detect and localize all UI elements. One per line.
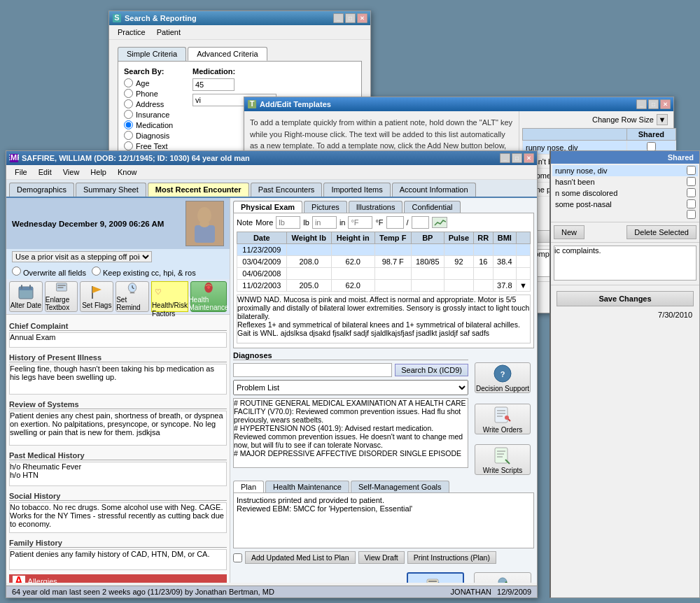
svg-text:EMR: EMR	[9, 153, 19, 162]
template-title: Add/Edit Templates	[260, 100, 331, 108]
template-maximize-btn[interactable]: □	[648, 99, 659, 109]
dx-search-input[interactable]	[233, 363, 392, 377]
new-btn[interactable]: New	[554, 225, 584, 239]
shared-2[interactable]	[687, 177, 696, 186]
shared-5[interactable]	[687, 210, 696, 219]
health-maintenance-label: Health Maintenance	[188, 296, 228, 311]
ros-header: Review of Systems	[9, 400, 227, 409]
hpi-input[interactable]: Feeling fine, though hasn't been taking …	[9, 364, 227, 395]
shared-1[interactable]	[687, 166, 696, 175]
bp2-input[interactable]	[412, 216, 429, 229]
patient-menu[interactable]: Patient	[151, 27, 186, 38]
tab-demographics[interactable]: Demographics	[9, 183, 74, 197]
view-draft-btn[interactable]: View Draft	[358, 551, 405, 564]
diagnoses-label: Diagnoses	[233, 351, 468, 360]
svg-rect-15	[57, 287, 63, 288]
delete-selected-sidebar-btn[interactable]: Delete Selected	[626, 225, 696, 239]
height-input[interactable]	[312, 216, 337, 229]
view-menu[interactable]: View	[57, 166, 85, 178]
add-med-list-btn[interactable]: Add Updated Med List to Plan	[245, 551, 356, 564]
write-orders-btn[interactable]: Write Orders	[475, 404, 531, 434]
exam-text[interactable]: WNWD NAD. Mucosa is pink and moist. Affe…	[237, 295, 531, 343]
close-btn[interactable]: ✕	[357, 13, 368, 23]
assessment-input[interactable]: # ROUTINE GENERAL MEDICAL EXAMINATION AT…	[233, 398, 468, 468]
bp1-input[interactable]	[386, 216, 404, 229]
simple-criteria-tab[interactable]: Simple Criteria	[118, 47, 186, 61]
write-scripts-btn[interactable]: Write Scripts	[475, 444, 531, 475]
health-risk-factors-btn[interactable]: ♡ Health/Risk Factors	[151, 281, 188, 312]
enlarge-textbox-btn[interactable]: Enlarge Textbox	[45, 281, 78, 312]
self-management-tab[interactable]: Self-Management Goals	[351, 481, 449, 492]
svg-point-8	[200, 220, 209, 227]
edit-menu[interactable]: Edit	[33, 166, 57, 178]
vitals-row-1[interactable]: 11/23/2009	[237, 244, 531, 256]
minimize-btn[interactable]: _	[333, 13, 344, 23]
temp-input[interactable]	[348, 216, 372, 229]
alter-date-btn[interactable]: Alter Date	[9, 281, 43, 312]
help-menu[interactable]: Help	[85, 166, 112, 178]
sidebar-save-changes-btn[interactable]: Save Changes	[556, 291, 694, 306]
search-dx-btn[interactable]: Search Dx (ICD9)	[395, 364, 468, 376]
maximize-btn[interactable]: □	[345, 13, 356, 23]
know-menu[interactable]: Know	[112, 166, 143, 178]
main-maximize-btn[interactable]: □	[512, 153, 522, 163]
complaint-1[interactable]: runny nose, div	[552, 165, 684, 176]
file-menu[interactable]: File	[9, 166, 33, 178]
tab-imported-items[interactable]: Imported Items	[323, 183, 390, 197]
health-maintenance-tab[interactable]: Health Maintenance	[265, 481, 349, 492]
phys-exam-tab[interactable]: Physical Exam	[233, 201, 302, 213]
chief-complaint-input[interactable]: Annual Exam	[9, 332, 227, 348]
main-close-btn[interactable]: ✕	[524, 153, 534, 163]
vitals-row-3[interactable]: 04/06/2008	[237, 268, 531, 280]
main-minimize-btn[interactable]: _	[500, 153, 510, 163]
vitals-row-4[interactable]: 11/02/2003205.062.037.8▼	[237, 280, 531, 292]
forward-chart-btn[interactable]: Forward Chart	[407, 572, 464, 583]
template-close-btn[interactable]: ✕	[660, 99, 671, 109]
tab-summary-sheet[interactable]: Summary Sheet	[76, 183, 146, 197]
vitals-row-2[interactable]: 03/04/2009208.062.098.7 F180/85921638.4	[237, 256, 531, 268]
decision-support-label: Decision Support	[476, 385, 529, 392]
print-instructions-btn[interactable]: Print Instructions (Plan)	[407, 551, 496, 564]
sidebar-text-area[interactable]: ic complaints.	[554, 246, 696, 281]
vitals-chart-btn[interactable]	[432, 217, 447, 228]
set-flags-label: Set Flags	[82, 302, 111, 309]
sign-off-btn[interactable]: Sign-Off	[474, 572, 531, 583]
template-minimize-btn[interactable]: _	[636, 99, 647, 109]
advanced-criteria-tab[interactable]: Advanced Criteria	[188, 47, 267, 61]
complaint-2[interactable]: hasn't been	[552, 176, 684, 187]
tab-most-recent[interactable]: Most Recent Encounter	[148, 183, 249, 197]
add-med-list-checkbox[interactable]	[233, 553, 242, 562]
illustrations-tab[interactable]: Illustrations	[349, 201, 403, 213]
tab-past-encounters[interactable]: Past Encounters	[251, 183, 323, 197]
health-maintenance-btn[interactable]: Health Maintenance	[190, 281, 227, 312]
visit-select[interactable]: Use a prior visit as a stepping off poin…	[12, 251, 152, 262]
complaint-4[interactable]: some post-nasal	[552, 199, 684, 210]
allergy-a-icon: A	[13, 576, 25, 583]
pmh-input[interactable]: h/o Rheumatic Fever h/o HTN	[9, 462, 227, 486]
change-row-size-btn[interactable]: ▼	[657, 114, 668, 125]
decision-support-btn[interactable]: ? Decision Support	[475, 362, 531, 393]
confidential-tab[interactable]: Confidential	[404, 201, 460, 213]
search-menu-bar: Practice Patient	[109, 25, 370, 40]
tab-account-info[interactable]: Account Information	[392, 183, 476, 197]
plan-tab[interactable]: Plan	[233, 481, 264, 492]
medication-field1[interactable]	[192, 78, 234, 91]
pmh-header: Past Medical History	[9, 451, 227, 460]
family-history-header: Family History	[9, 539, 227, 548]
vitals-table: Date Weight lb Height in Temp F BP Pulse…	[237, 232, 531, 292]
pictures-tab[interactable]: Pictures	[304, 201, 347, 213]
ros-input[interactable]: Patient denies any chest pain, shortness…	[9, 411, 227, 446]
practice-menu[interactable]: Practice	[112, 27, 151, 38]
write-orders-label: Write Orders	[483, 426, 523, 434]
more-label: More	[255, 218, 273, 227]
shared-3[interactable]	[687, 188, 696, 197]
social-history-input[interactable]: No tobacco. No rec drugs. Some alcohol u…	[9, 502, 227, 533]
set-flags-btn[interactable]: Set Flags	[80, 281, 113, 312]
complaint-3[interactable]: n some discolored	[552, 187, 684, 199]
weight-input[interactable]	[276, 216, 300, 229]
family-history-input[interactable]: Patient denies any family history of CAD…	[9, 549, 227, 570]
shared-4[interactable]	[687, 199, 696, 208]
set-remind-btn[interactable]: Set Remind	[115, 281, 149, 312]
problem-list-select[interactable]: Problem List	[233, 380, 468, 395]
allergies-section: A Allergies codeine, sulfa drug [Updated…	[9, 574, 227, 583]
